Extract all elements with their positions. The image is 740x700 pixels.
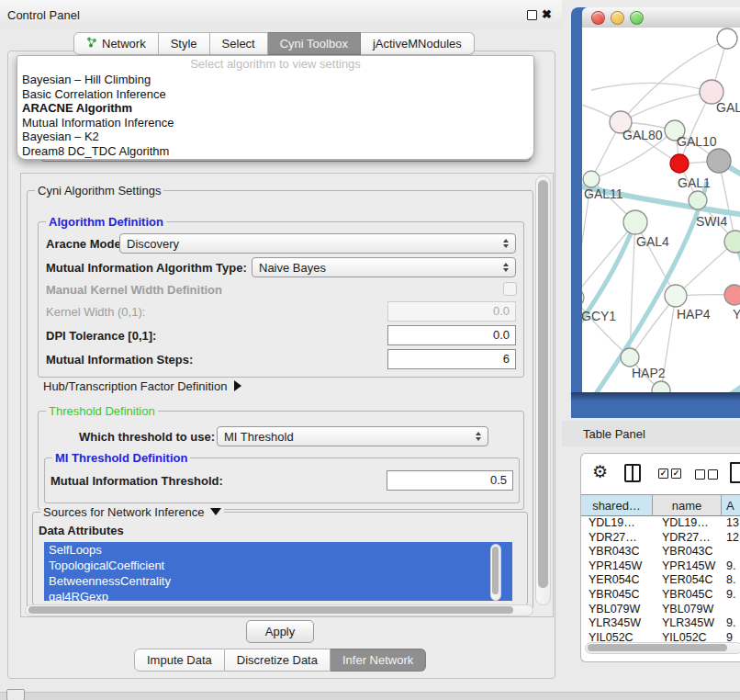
- unchecked-box-icon[interactable]: [695, 469, 705, 480]
- attributes-scrollbar[interactable]: [490, 544, 501, 601]
- network-edge-highlighted: [595, 182, 707, 392]
- node-gal11-label: GAL11: [584, 186, 623, 201]
- node-gal4[interactable]: [623, 210, 647, 234]
- manual-kernel-checkbox[interactable]: [503, 282, 517, 296]
- checked-box-icon[interactable]: ✓: [658, 469, 668, 479]
- tab-label: Infer Network: [342, 653, 413, 667]
- node-gal10-label: GAL10: [677, 134, 717, 149]
- table-cell: 9.: [722, 616, 740, 631]
- algorithm-option-mutual-information-inference[interactable]: Mutual Information Inference: [17, 116, 533, 130]
- table-cell: YBR045C: [581, 588, 653, 603]
- aracne-mode-label: Aracne Mode:: [46, 237, 125, 251]
- which-threshold-combobox[interactable]: MI Threshold: [217, 426, 488, 446]
- tab-impute-data[interactable]: Impute Data: [134, 649, 225, 672]
- node-gcy1[interactable]: [582, 288, 584, 307]
- table-horizontal-scrollbar[interactable]: [585, 642, 740, 654]
- mi-steps-field[interactable]: 6: [387, 349, 516, 369]
- table-horizontal-scrollbar-thumb[interactable]: [588, 644, 727, 651]
- checked-box-icon[interactable]: ✓: [671, 469, 681, 479]
- tab-style[interactable]: Style: [159, 32, 210, 55]
- node-swi4[interactable]: [689, 191, 707, 209]
- dpi-tolerance-label: DPI Tolerance [0,1]:: [46, 329, 156, 343]
- dpi-tolerance-field[interactable]: 0.0: [387, 325, 516, 345]
- settings-horizontal-scrollbar-thumb[interactable]: [28, 606, 513, 614]
- tab-jactivemnodules[interactable]: jActiveMNodules: [361, 32, 475, 55]
- attribute-item-betweennesscentrality[interactable]: BetweennessCentrality: [44, 573, 512, 589]
- node-hap2[interactable]: [621, 348, 639, 367]
- unchecked-box-icon[interactable]: [708, 469, 718, 480]
- split-column-icon[interactable]: [624, 464, 641, 482]
- aracne-mode-combobox[interactable]: Discovery: [119, 233, 516, 254]
- table-row-ydr27[interactable]: YDR27…YDR27…12: [581, 531, 740, 546]
- algorithm-option-dream8-dc-tdc-algorithm[interactable]: Dream8 DC_TDC Algorithm: [17, 144, 533, 159]
- attribute-item-topologicalcoefficient[interactable]: TopologicalCoefficient: [44, 558, 512, 573]
- table-cell: YDR27…: [653, 531, 722, 546]
- node-hap4[interactable]: [665, 285, 687, 307]
- float-window-icon[interactable]: [527, 10, 537, 20]
- algorithm-option-bayesian-k2[interactable]: Bayesian – K2: [17, 130, 533, 144]
- settings-horizontal-scrollbar[interactable]: [25, 604, 533, 616]
- tab-infer-network[interactable]: Infer Network: [331, 649, 426, 672]
- hub-definition-toggle[interactable]: Hub/Transcription Factor Definition: [43, 379, 241, 393]
- mi-threshold-title: MI Threshold Definition: [52, 451, 190, 465]
- table-row-ybr045c[interactable]: YBR045CYBR045C9.: [581, 588, 740, 603]
- combo-spinner-icon: [476, 432, 481, 441]
- combo-spinner-icon: [503, 239, 509, 248]
- tab-discretize-data[interactable]: Discretize Data: [225, 649, 331, 672]
- table-row-ylr345w[interactable]: YLR345WYLR345W9.: [581, 616, 740, 631]
- minimize-traffic-light-icon[interactable]: [611, 11, 624, 25]
- tab-label: jActiveMNodules: [373, 37, 462, 51]
- attribute-item-selfloops[interactable]: SelfLoops: [44, 542, 512, 558]
- attributes-scrollbar-thumb[interactable]: [492, 547, 499, 594]
- node-gal1-label: GAL1: [678, 175, 711, 190]
- node-gray[interactable]: [707, 149, 731, 173]
- zoom-traffic-light-icon[interactable]: [630, 11, 644, 25]
- table-row-ybr043c[interactable]: YBR043CYBR043C: [581, 545, 740, 559]
- tab-network[interactable]: Network: [73, 32, 159, 55]
- settings-vertical-scrollbar-thumb[interactable]: [538, 180, 548, 588]
- column-header-shared[interactable]: shared…: [581, 495, 653, 515]
- tab-cyni-toolbox[interactable]: Cyni Toolbox: [268, 32, 361, 55]
- table-cell: YDL19…: [581, 516, 653, 531]
- gear-icon[interactable]: ⚙: [592, 463, 608, 480]
- node-top-partial[interactable]: [717, 28, 737, 49]
- table-panel-title: Table Panel: [583, 427, 645, 441]
- node-gal11[interactable]: [583, 171, 600, 187]
- node-y-partial[interactable]: [724, 285, 740, 305]
- column-header-a[interactable]: A: [722, 495, 740, 515]
- tab-label: Discretize Data: [237, 653, 318, 667]
- algorithm-definition-title: Algorithm Definition: [46, 215, 166, 229]
- table-row-ypr145w[interactable]: YPR145WYPR145W9.: [581, 559, 740, 574]
- apply-button[interactable]: Apply: [246, 620, 314, 643]
- close-icon[interactable]: ✖: [542, 7, 552, 21]
- close-traffic-light-icon[interactable]: [591, 11, 605, 25]
- mi-type-combobox[interactable]: Naive Bayes: [252, 257, 516, 277]
- column-header-name[interactable]: name: [653, 495, 722, 515]
- tab-select[interactable]: Select: [210, 32, 268, 55]
- network-canvas[interactable]: GALGAL80GAL10GAL1GAL11SWI4GAL4GCY1HAP4YH…: [582, 28, 740, 392]
- which-threshold-value: MI Threshold: [224, 430, 470, 444]
- hidden-panel-icon[interactable]: [6, 689, 25, 700]
- algorithm-option-basic-correlation-inference[interactable]: Basic Correlation Inference: [17, 87, 533, 102]
- algorithm-option-aracne-algorithm[interactable]: ARACNE Algorithm: [17, 101, 533, 116]
- table-row-ydl19[interactable]: YDL19…YDL19…13: [581, 516, 740, 531]
- mi-threshold-field[interactable]: 0.5: [387, 470, 513, 491]
- node-y-partial-label: Y: [733, 307, 740, 322]
- algorithm-dropdown-items: Bayesian – Hill ClimbingBasic Correlatio…: [17, 73, 533, 159]
- page-icon[interactable]: [730, 462, 740, 483]
- table-row-ybl079w[interactable]: YBL079WYBL079W: [581, 603, 740, 617]
- expanded-arrow-icon: [210, 508, 221, 515]
- node-gal1[interactable]: [670, 154, 689, 173]
- kernel-width-field[interactable]: 0.0: [387, 301, 516, 322]
- table-cell: YDL19…: [653, 516, 722, 531]
- sources-title-toggle[interactable]: Sources for Network Inference: [40, 505, 224, 519]
- attribute-item-gal4rgexp[interactable]: gal4RGexp: [44, 589, 512, 601]
- table-cell: 8.: [722, 573, 740, 588]
- settings-vertical-scrollbar[interactable]: [535, 175, 551, 605]
- combo-spinner-icon: [503, 263, 509, 272]
- node-bottom[interactable]: [652, 381, 670, 392]
- node-right-green[interactable]: [724, 231, 740, 253]
- algorithm-option-bayesian-hill-climbing[interactable]: Bayesian – Hill Climbing: [17, 73, 533, 87]
- table-row-yer054c[interactable]: YER054CYER054C8.: [581, 573, 740, 588]
- settings-scrollpane: Cyni Algorithm Settings Algorithm Defini…: [20, 173, 554, 617]
